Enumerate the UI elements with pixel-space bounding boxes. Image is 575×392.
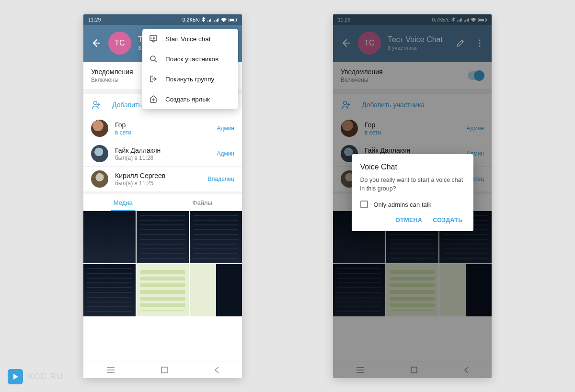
svg-point-6 — [150, 56, 155, 61]
bluetooth-icon — [202, 17, 206, 22]
dialog-cancel-button[interactable]: ОТМЕНА — [393, 213, 424, 227]
svg-rect-4 — [161, 367, 167, 373]
back-button[interactable] — [90, 37, 102, 49]
menu-create-shortcut[interactable]: Создать ярлык — [142, 89, 238, 109]
member-avatar — [91, 145, 108, 162]
svg-point-3 — [94, 101, 97, 105]
overflow-menu: Start Voice chat Поиск участников Покину… — [142, 29, 238, 109]
nav-back-icon[interactable] — [214, 367, 219, 373]
tab-files-label: Файлы — [193, 199, 212, 206]
media-thumbnail[interactable] — [83, 211, 136, 263]
member-status: в сети — [115, 129, 217, 136]
media-thumbnail[interactable] — [190, 211, 242, 263]
media-tabs: Медиа Файлы — [83, 194, 242, 211]
voice-chat-dialog: Voice Chat Do you really want to start a… — [352, 154, 473, 231]
media-thumbnail[interactable] — [137, 211, 189, 263]
member-row[interactable]: Гор в сети Админ — [83, 116, 242, 141]
member-status: был(а) в 11:25 — [115, 180, 207, 187]
menu-label: Поиск участников — [165, 56, 218, 63]
system-nav-bar — [83, 361, 242, 378]
menu-search-members[interactable]: Поиск участников — [142, 49, 238, 69]
svg-rect-1 — [230, 19, 234, 21]
menu-label: Покинуть группу — [165, 76, 214, 83]
member-name: Гор — [115, 121, 217, 129]
tab-files[interactable]: Файлы — [163, 194, 242, 211]
signal-icon — [207, 18, 212, 22]
dialog-actions: ОТМЕНА СОЗДАТЬ — [360, 213, 465, 227]
member-role: Админ — [217, 125, 234, 132]
status-bar: 11:29 0,2КБ/с — [83, 14, 242, 25]
checkbox-icon[interactable] — [360, 201, 368, 208]
nav-recents-icon[interactable] — [107, 367, 115, 373]
signal-icon — [214, 18, 219, 22]
menu-leave-group[interactable]: Покинуть группу — [142, 69, 238, 89]
menu-label: Создать ярлык — [165, 96, 210, 103]
member-name: Кирилл Сергеев — [115, 172, 207, 179]
media-thumbnail[interactable] — [190, 264, 242, 316]
media-thumbnail[interactable] — [83, 264, 136, 316]
search-icon — [149, 55, 158, 63]
nav-home-icon[interactable] — [161, 367, 168, 373]
shortcut-icon — [149, 95, 158, 103]
avatar-initials: TC — [115, 39, 125, 47]
member-role: Админ — [217, 150, 234, 157]
dialog-checkbox-row[interactable]: Only admins can talk — [360, 201, 465, 208]
dialog-checkbox-label: Only admins can talk — [374, 201, 432, 208]
phone-right: 11:29 0,7КБ/с TC Тест Voice Chat 3 участ… — [333, 14, 492, 378]
tab-media-label: Медиа — [114, 199, 133, 206]
phone-left: 11:29 0,2КБ/с TC Тест Voice Chat 3 участ… — [83, 14, 242, 378]
member-name: Гайк Даллакян — [115, 146, 217, 154]
voice-chat-icon — [149, 34, 158, 43]
leave-icon — [149, 75, 158, 83]
member-avatar — [91, 120, 108, 137]
member-avatar — [91, 170, 108, 188]
battery-icon — [229, 18, 237, 22]
dialog-title: Voice Chat — [360, 163, 465, 171]
tab-media[interactable]: Медиа — [83, 194, 163, 211]
dialog-create-button[interactable]: СОЗДАТЬ — [431, 213, 464, 227]
watermark: KOD.RU — [8, 369, 63, 384]
member-row[interactable]: Гайк Даллакян был(а) в 11:28 Админ — [83, 141, 242, 166]
add-user-icon — [91, 101, 101, 109]
watermark-logo-icon — [8, 369, 23, 384]
media-thumbnail[interactable] — [137, 264, 189, 316]
watermark-text: KOD.RU — [28, 372, 63, 381]
group-avatar: TC — [108, 32, 131, 55]
svg-rect-2 — [236, 19, 237, 21]
member-role: Владелец — [207, 176, 234, 182]
dialog-body: Do you really want to start a voice chat… — [360, 176, 465, 193]
status-indicators: 0,2КБ/с — [183, 17, 237, 22]
menu-label: Start Voice chat — [165, 35, 211, 43]
menu-start-voice-chat[interactable]: Start Voice chat — [142, 29, 238, 49]
member-status: был(а) в 11:28 — [115, 155, 217, 161]
member-row[interactable]: Кирилл Сергеев был(а) в 11:25 Владелец — [83, 166, 242, 191]
wifi-icon — [221, 18, 227, 22]
status-net-speed: 0,2КБ/с — [183, 17, 200, 22]
status-time: 11:29 — [88, 17, 101, 22]
media-grid — [83, 211, 242, 316]
